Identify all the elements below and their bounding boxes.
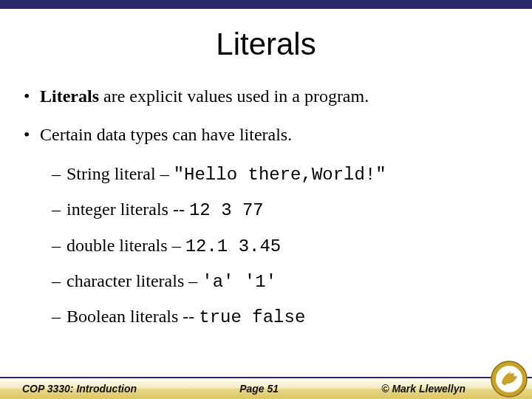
- sub-bullet-item: – double literals – 12.1 3.45: [52, 233, 511, 259]
- bullet-dash-icon: –: [52, 233, 66, 259]
- bullet-dash-icon: –: [52, 162, 66, 187]
- code-text: true false: [199, 307, 305, 327]
- sub-bullet-item: – character literals – 'a' '1': [52, 269, 511, 294]
- bullet-dash-icon: –: [52, 197, 66, 222]
- footer-page: Page 51: [239, 383, 279, 395]
- sub-bullet-item: – Boolean literals -- true false: [52, 304, 511, 330]
- sub-bullet-text: String literal – "Hello there,World!": [66, 162, 511, 187]
- footer-course: COP 3330: Introduction: [22, 383, 137, 395]
- bullet-text: Certain data types can have literals.: [40, 123, 511, 146]
- sub-bullet-text: integer literals -- 12 3 77: [66, 197, 511, 222]
- bullet-dot-icon: •: [21, 123, 40, 146]
- sub-bullet-text: Boolean literals -- true false: [66, 304, 511, 330]
- footer-bar: COP 3330: Introduction Page 51 © Mark Ll…: [0, 377, 532, 399]
- footer: COP 3330: Introduction Page 51 © Mark Ll…: [0, 377, 532, 399]
- bullet-dash-icon: –: [52, 304, 66, 330]
- slide-content: • Literals are explicit values used in a…: [0, 84, 532, 330]
- sub-bullet-text: character literals – 'a' '1': [66, 269, 511, 294]
- bullet-dot-icon: •: [21, 84, 40, 108]
- sub-bullet-item: – String literal – "Hello there,World!": [52, 162, 511, 187]
- sub-bullet-item: – integer literals -- 12 3 77: [52, 197, 511, 222]
- sub-bullet-text: double literals – 12.1 3.45: [66, 233, 511, 259]
- footer-author: © Mark Llewellyn: [381, 383, 480, 395]
- slide-title: Literals: [0, 27, 532, 62]
- bullet-item: • Literals are explicit values used in a…: [21, 84, 511, 108]
- emphasis: Literals: [40, 86, 99, 106]
- bullet-dash-icon: –: [52, 269, 66, 294]
- code-text: 'a' '1': [202, 272, 276, 292]
- slide: Literals • Literals are explicit values …: [0, 0, 532, 399]
- bullet-text: Literals are explicit values used in a p…: [40, 84, 511, 108]
- ucf-pegasus-logo-icon: [491, 361, 528, 398]
- top-accent-bar: [0, 0, 532, 9]
- code-text: 12 3 77: [189, 200, 264, 220]
- code-text: 12.1 3.45: [185, 236, 282, 256]
- code-text: "Hello there,World!": [174, 165, 386, 185]
- bullet-item: • Certain data types can have literals.: [21, 123, 511, 146]
